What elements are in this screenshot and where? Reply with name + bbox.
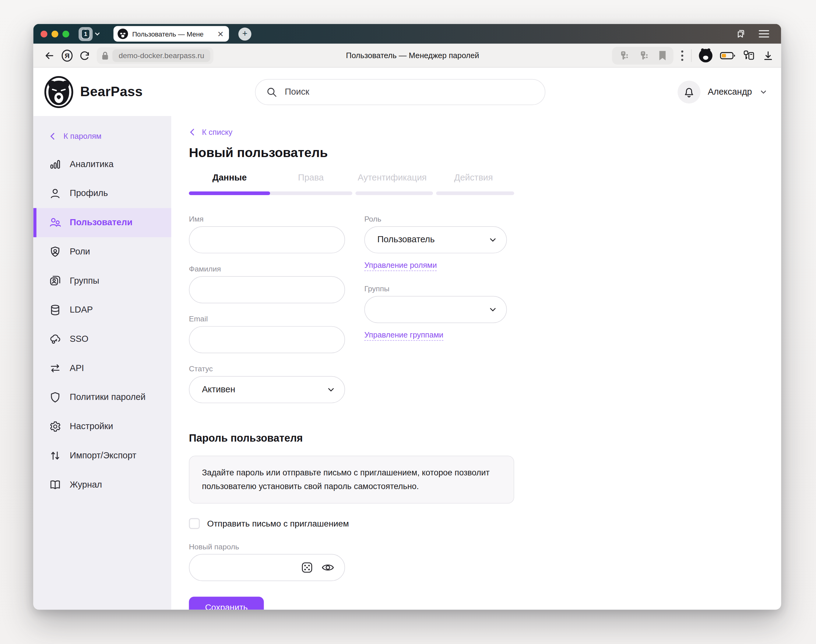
chevron-down-icon[interactable] bbox=[94, 30, 101, 37]
bearpass-app: BearPass Александр bbox=[33, 67, 781, 610]
password-key-icon[interactable] bbox=[618, 50, 630, 61]
close-window-button[interactable] bbox=[40, 31, 47, 37]
sso-cloud-key-icon bbox=[49, 333, 61, 345]
tab-count-badge: 1 bbox=[81, 29, 90, 39]
invite-checkbox[interactable] bbox=[189, 518, 200, 529]
tab-counter[interactable]: 1 bbox=[78, 27, 101, 41]
status-select[interactable]: Активен bbox=[189, 376, 345, 403]
sidebar-item-api[interactable]: API bbox=[33, 354, 171, 383]
back-to-list-link[interactable]: К списку bbox=[189, 127, 781, 136]
last-name-label: Фамилия bbox=[189, 265, 345, 273]
new-password-label: Новый пароль bbox=[189, 542, 781, 550]
desktop: 1 Пользователь — Мене ✕ + bbox=[0, 0, 816, 644]
menu-icon[interactable] bbox=[758, 29, 770, 39]
sidebar-item-settings[interactable]: Настройки bbox=[33, 412, 171, 441]
generate-password-dice-icon[interactable] bbox=[300, 561, 313, 574]
sidebar-item-import-export[interactable]: Импорт/Экспорт bbox=[33, 441, 171, 470]
sidebar-item-label: Профиль bbox=[70, 189, 108, 199]
refresh-icon[interactable] bbox=[76, 46, 94, 64]
invite-checkbox-row: Отправить письмо с приглашением bbox=[189, 518, 781, 529]
sidebar-item-label: SSO bbox=[70, 334, 88, 344]
kebab-menu-icon[interactable] bbox=[681, 50, 684, 61]
manage-groups-link[interactable]: Управление группами bbox=[364, 330, 443, 340]
gear-icon bbox=[49, 420, 61, 433]
battery-icon[interactable] bbox=[720, 51, 735, 59]
sidebar-item-analytics[interactable]: Аналитика bbox=[33, 150, 171, 179]
address-bar[interactable]: demo-docker.bearpass.ru bbox=[97, 47, 214, 64]
tab-data[interactable]: Данные bbox=[189, 173, 270, 192]
browser-tab[interactable]: Пользователь — Мене ✕ bbox=[114, 26, 229, 41]
zoom-window-button[interactable] bbox=[62, 31, 69, 37]
sidebar-item-ldap[interactable]: LDAP bbox=[33, 296, 171, 325]
groups-icon bbox=[49, 274, 61, 287]
toolbar-divider bbox=[691, 49, 692, 62]
url-text[interactable]: demo-docker.bearpass.ru bbox=[112, 49, 211, 62]
bearpass-favicon-icon bbox=[118, 29, 128, 39]
sidebar-item-label: Роли bbox=[70, 247, 90, 257]
sidebar-item-roles[interactable]: Роли bbox=[33, 237, 171, 266]
search-input[interactable] bbox=[284, 86, 535, 98]
analytics-icon bbox=[49, 158, 61, 171]
user-chevron-down-icon[interactable] bbox=[759, 87, 768, 96]
minimize-window-button[interactable] bbox=[51, 31, 58, 37]
tab-actions[interactable]: Действия bbox=[433, 173, 514, 192]
groups-select[interactable] bbox=[364, 296, 507, 323]
shield-icon bbox=[49, 391, 61, 403]
svg-text:Я: Я bbox=[65, 52, 69, 60]
show-password-eye-icon[interactable] bbox=[321, 561, 335, 574]
email-input[interactable] bbox=[189, 326, 345, 353]
sidebar-item-label: Настройки bbox=[70, 421, 113, 432]
role-select[interactable]: Пользователь bbox=[364, 226, 507, 253]
browser-tab-bar: 1 Пользователь — Мене ✕ + bbox=[33, 24, 781, 44]
user-menu[interactable]: Александр bbox=[708, 87, 752, 97]
back-icon[interactable] bbox=[40, 46, 58, 64]
manage-roles-link[interactable]: Управление ролями bbox=[364, 261, 436, 271]
sidebar-item-profile[interactable]: Профиль bbox=[33, 179, 171, 208]
chevron-down-icon bbox=[489, 305, 497, 313]
journal-book-icon bbox=[49, 478, 61, 491]
notifications-button[interactable] bbox=[678, 80, 700, 103]
password-key-alt-icon[interactable] bbox=[638, 50, 650, 61]
back-to-list-label: К списку bbox=[202, 127, 232, 136]
sidebar-item-users[interactable]: Пользователи bbox=[33, 208, 171, 238]
new-password-field bbox=[189, 554, 345, 581]
bookmarks-panel-icon[interactable] bbox=[735, 28, 747, 40]
status-value: Активен bbox=[202, 384, 235, 395]
first-name-input[interactable] bbox=[189, 226, 345, 253]
sidebar-item-label: Импорт/Экспорт bbox=[70, 451, 137, 461]
sidebar-item-label: API bbox=[70, 363, 84, 373]
active-tab-indicator bbox=[189, 192, 270, 195]
database-icon bbox=[49, 304, 61, 316]
sidebar-item-label: Пользователи bbox=[70, 217, 132, 228]
browser-window: 1 Пользователь — Мене ✕ + bbox=[33, 24, 781, 610]
chrome-page-title: Пользователь — Менеджер паролей bbox=[346, 51, 479, 60]
search-bar[interactable] bbox=[255, 79, 546, 105]
window-controls bbox=[40, 31, 69, 37]
tab-underline-track bbox=[189, 192, 514, 195]
save-button[interactable]: Сохранить bbox=[189, 596, 264, 610]
roles-shield-icon bbox=[49, 245, 61, 258]
sidebar-back-to-passwords[interactable]: К паролям bbox=[33, 126, 171, 146]
sidebar-item-groups[interactable]: Группы bbox=[33, 266, 171, 296]
new-tab-button[interactable]: + bbox=[238, 28, 252, 40]
downloads-icon[interactable] bbox=[762, 50, 774, 61]
bearpass-logo-icon bbox=[44, 76, 74, 108]
role-value: Пользователь bbox=[377, 235, 435, 245]
password-manager-icon[interactable] bbox=[742, 49, 755, 62]
sidebar-item-label: Журнал bbox=[70, 480, 102, 490]
bearpass-extension-icon[interactable] bbox=[699, 49, 712, 62]
yandex-services-icon[interactable]: Я bbox=[58, 46, 76, 64]
app-header: BearPass Александр bbox=[33, 67, 781, 116]
last-name-input[interactable] bbox=[189, 276, 345, 303]
tab-authentication[interactable]: Аутентификация bbox=[352, 173, 433, 192]
sidebar-item-sso[interactable]: SSO bbox=[33, 325, 171, 354]
chevron-down-icon bbox=[489, 236, 497, 244]
tab-close-icon[interactable]: ✕ bbox=[217, 30, 223, 38]
bookmark-icon[interactable] bbox=[658, 50, 667, 61]
status-label: Статус bbox=[189, 365, 345, 373]
tab-rights[interactable]: Права bbox=[270, 173, 351, 192]
lock-icon[interactable] bbox=[101, 51, 109, 60]
sidebar-item-password-policies[interactable]: Политики паролей bbox=[33, 383, 171, 412]
sidebar-item-journal[interactable]: Журнал bbox=[33, 470, 171, 500]
brand[interactable]: BearPass bbox=[44, 76, 143, 108]
